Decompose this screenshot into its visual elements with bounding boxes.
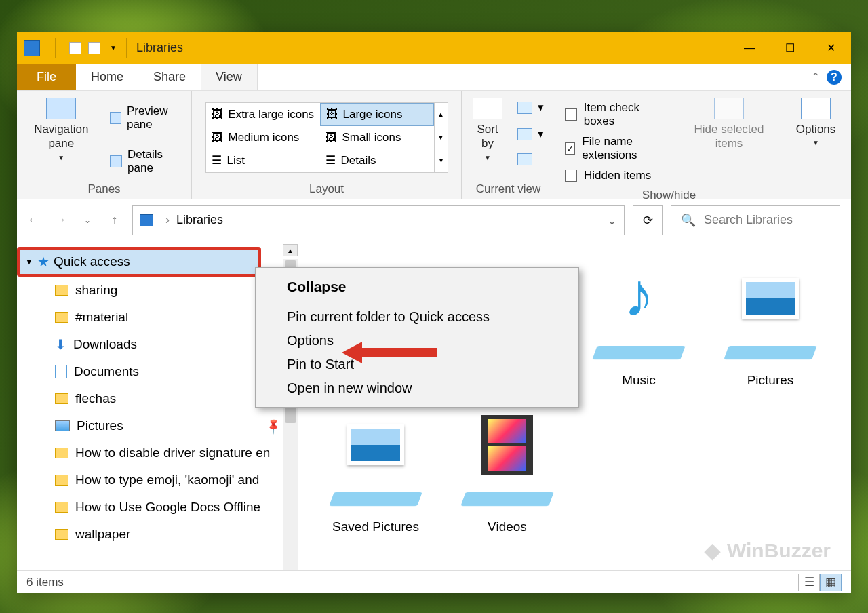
minimize-button[interactable]: — — [729, 32, 770, 64]
layout-xl-icons[interactable]: 🖼Extra large icons — [206, 103, 320, 126]
search-icon: 🔍 — [681, 213, 696, 228]
library-item-saved-pictures[interactable]: Saved Pictures — [319, 401, 433, 534]
label: wallpaper — [75, 527, 130, 542]
options-button[interactable]: Options ▼ — [792, 95, 840, 151]
group-by-button[interactable]: ▾ — [513, 98, 548, 117]
help-icon[interactable]: ? — [827, 70, 842, 85]
ctx-open-new-window[interactable]: Open in new window — [256, 376, 578, 400]
navigation-pane-button[interactable]: Navigation pane ▼ — [24, 95, 99, 165]
platform-icon — [460, 492, 553, 506]
layout-gallery: 🖼Extra large icons 🖼Large icons ▲ 🖼Mediu… — [205, 102, 448, 173]
group-label-panes: Panes — [87, 180, 120, 196]
ctx-collapse[interactable]: Collapse — [256, 275, 578, 299]
folder-icon — [55, 285, 68, 296]
label: Downloads — [73, 337, 137, 352]
size-columns-button[interactable] — [513, 151, 548, 168]
breadcrumb-crumb[interactable]: Libraries — [176, 213, 223, 227]
layout-medium-icons[interactable]: 🖼Medium icons — [206, 126, 320, 149]
label: Saved Pictures — [332, 519, 419, 534]
label: Hidden items — [584, 169, 651, 182]
folder-icon — [55, 475, 68, 486]
label: sharing — [75, 283, 117, 298]
tab-view[interactable]: View — [201, 64, 258, 90]
layout-large-icons[interactable]: 🖼Large icons — [320, 103, 434, 126]
forward-button[interactable]: → — [51, 211, 70, 230]
tab-share[interactable]: Share — [138, 64, 201, 90]
address-bar: ← → ⌄ ↑ › Libraries ⌄ ⟳ 🔍 Search Librari… — [17, 199, 851, 241]
search-placeholder: Search Libraries — [704, 213, 793, 227]
add-columns-button[interactable]: ▾ — [513, 124, 548, 144]
folder-icon — [55, 393, 68, 404]
qat-item[interactable] — [88, 42, 100, 54]
sidebar-item-quick-access[interactable]: ▼ ★ Quick access — [17, 247, 261, 277]
picture-icon — [55, 420, 70, 431]
breadcrumb-dropdown[interactable]: ⌄ — [607, 213, 617, 228]
label: Videos — [488, 519, 527, 534]
layout-more[interactable]: ▾ — [434, 149, 448, 172]
qat-item[interactable] — [69, 42, 81, 54]
layout-list[interactable]: ☰List — [206, 149, 320, 172]
label: Preview pane — [127, 104, 180, 132]
hide-selected-button[interactable]: Hide selected items — [682, 95, 776, 154]
music-icon: ♪ — [624, 261, 654, 329]
label: Options — [796, 122, 836, 136]
sidebar-item-folder[interactable]: How to Use Google Docs Offline — [17, 494, 298, 521]
label: Hide selected items — [686, 122, 772, 151]
nav-scroll-up[interactable]: ▲ — [283, 244, 298, 256]
layout-scroll-up[interactable]: ▲ — [434, 103, 448, 126]
sidebar-item-folder[interactable]: How to disable driver signature en — [17, 439, 298, 467]
group-label-currentview: Current view — [476, 180, 540, 196]
preview-pane-button[interactable]: Preview pane — [106, 102, 184, 134]
details-view-button[interactable]: ☰ — [798, 574, 820, 591]
search-input[interactable]: 🔍 Search Libraries — [671, 205, 840, 235]
breadcrumb-bar[interactable]: › Libraries ⌄ — [132, 205, 625, 235]
collapse-ribbon-icon[interactable]: ⌃ — [811, 71, 820, 83]
ctx-pin-quick-access[interactable]: Pin current folder to Quick access — [256, 305, 578, 329]
sidebar-item-pictures[interactable]: Pictures📌 — [17, 412, 298, 439]
picture-icon — [347, 424, 404, 465]
back-button[interactable]: ← — [24, 211, 43, 230]
document-icon — [55, 365, 67, 378]
quick-access-toolbar: ▼ — [69, 42, 117, 54]
separator — [126, 38, 127, 58]
download-icon: ⬇ — [55, 336, 66, 353]
chevron-right-icon[interactable]: › — [165, 213, 170, 227]
watermark: ◆ WinBuzzer — [705, 538, 831, 562]
sort-by-button[interactable]: Sort by ▼ — [469, 95, 507, 165]
label: Music — [622, 373, 656, 388]
sidebar-item-wallpaper[interactable]: wallpaper — [17, 521, 298, 548]
chevron-down-icon: ▼ — [25, 257, 33, 266]
label: How to type emoji, 'kaomoji' and — [75, 473, 259, 488]
ribbon-tabs: File Home Share View ⌃ ? — [17, 64, 851, 91]
recent-dropdown[interactable]: ⌄ — [78, 211, 97, 230]
sidebar-item-folder[interactable]: How to type emoji, 'kaomoji' and — [17, 467, 298, 494]
hidden-items-check[interactable]: Hidden items — [562, 165, 675, 186]
layout-details[interactable]: ☰Details — [320, 149, 434, 172]
library-item-pictures[interactable]: Pictures — [713, 255, 827, 388]
close-button[interactable]: ✕ — [810, 32, 851, 64]
label: #material — [75, 310, 128, 325]
window-title: Libraries — [136, 41, 183, 55]
titlebar[interactable]: ▼ Libraries — ☐ ✕ — [17, 32, 851, 64]
refresh-button[interactable]: ⟳ — [633, 205, 663, 235]
layout-scroll-down[interactable]: ▼ — [434, 126, 448, 149]
annotation-arrow — [342, 339, 437, 366]
label: Sort by — [473, 122, 502, 151]
tab-file[interactable]: File — [17, 64, 76, 90]
file-extensions-check[interactable]: ✓File name extensions — [562, 132, 675, 165]
watermark-text: WinBuzzer — [727, 539, 831, 562]
library-item-videos[interactable]: Videos — [450, 401, 564, 534]
qat-dropdown[interactable]: ▼ — [110, 44, 117, 52]
details-pane-button[interactable]: Details pane — [106, 145, 184, 178]
layout-small-icons[interactable]: 🖼Small icons — [320, 126, 434, 149]
library-item-music[interactable]: ♪ Music — [582, 255, 696, 388]
maximize-button[interactable]: ☐ — [770, 32, 810, 64]
status-bar: 6 items ☰ ▦ — [17, 570, 851, 593]
up-button[interactable]: ↑ — [105, 211, 124, 230]
item-count: 6 items — [26, 576, 64, 589]
item-checkboxes-check[interactable]: Item check boxes — [562, 98, 675, 132]
platform-icon — [592, 346, 685, 359]
label: flechas — [75, 391, 116, 406]
tab-home[interactable]: Home — [76, 64, 138, 90]
icons-view-button[interactable]: ▦ — [820, 574, 842, 591]
